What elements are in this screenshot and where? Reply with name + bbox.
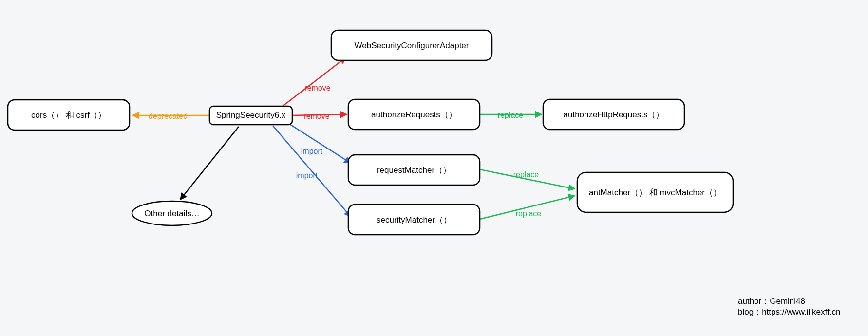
edge-import-reqmatch-label: import <box>301 147 323 155</box>
node-security-matcher-label: securityMatcher（） <box>377 215 452 224</box>
edge-remove-wsca-label: remove <box>304 84 330 92</box>
edge-remove-authreq: remove <box>292 112 347 120</box>
node-authorize-requests: authorizeRequests（） <box>348 99 480 130</box>
edge-replace-antmvc-1: replace <box>480 169 575 189</box>
edge-replace-antmvc-2-label: replace <box>516 209 542 218</box>
node-wsca-label: WebSecurityConfigurerAdapter <box>355 41 469 50</box>
edge-replace-authhttp-label: replace <box>498 111 524 119</box>
edge-import-reqmatch: import <box>287 123 351 163</box>
edge-replace-antmvc-2: replace <box>480 196 575 219</box>
node-request-matcher-label: requestMatcher（） <box>377 166 451 175</box>
node-other-details-label: Other details… <box>144 209 199 218</box>
edge-replace-antmvc-1-label: replace <box>513 170 539 179</box>
credits-author: author：Gemini48 <box>738 297 805 306</box>
credits-blog: blog：https://www.ilikexff.cn <box>738 307 840 317</box>
node-springsecurity: SpringSeecurity6.x <box>209 106 292 125</box>
node-request-matcher: requestMatcher（） <box>348 155 480 185</box>
node-authorize-http-requests: authorizeHttpRequests（） <box>543 99 684 130</box>
edge-import-secmatch: import <box>273 126 351 217</box>
node-ant-mvc-matcher: antMatcher（） 和 mvcMatcher（） <box>577 172 733 212</box>
node-ant-mvc-matcher-label: antMatcher（） 和 mvcMatcher（） <box>589 188 721 197</box>
edge-deprecated-label: deprecated <box>149 112 188 120</box>
node-authorize-requests-label: authorizeRequests（） <box>371 110 457 119</box>
diagram-canvas: deprecated remove remove import import r… <box>0 0 868 336</box>
edge-remove-wsca: remove <box>280 57 346 108</box>
edge-deprecated: deprecated <box>132 112 209 120</box>
node-authorize-http-requests-label: authorizeHttpRequests（） <box>564 110 664 119</box>
node-springsecurity-label: SpringSeecurity6.x <box>216 111 286 120</box>
node-other-details: Other details… <box>132 201 212 225</box>
node-cors-csrf: cors（） 和 csrf（） <box>8 100 130 130</box>
node-wsca: WebSecurityConfigurerAdapter <box>331 30 492 60</box>
node-security-matcher: securityMatcher（） <box>348 205 480 235</box>
node-cors-csrf-label: cors（） 和 csrf（） <box>31 111 106 120</box>
edge-import-secmatch-label: import <box>296 171 318 180</box>
edge-other <box>180 127 239 200</box>
credits: author：Gemini48 blog：https://www.ilikexf… <box>738 297 840 317</box>
edge-replace-authhttp: replace <box>480 111 542 119</box>
edge-remove-authreq-label: remove <box>303 112 329 120</box>
